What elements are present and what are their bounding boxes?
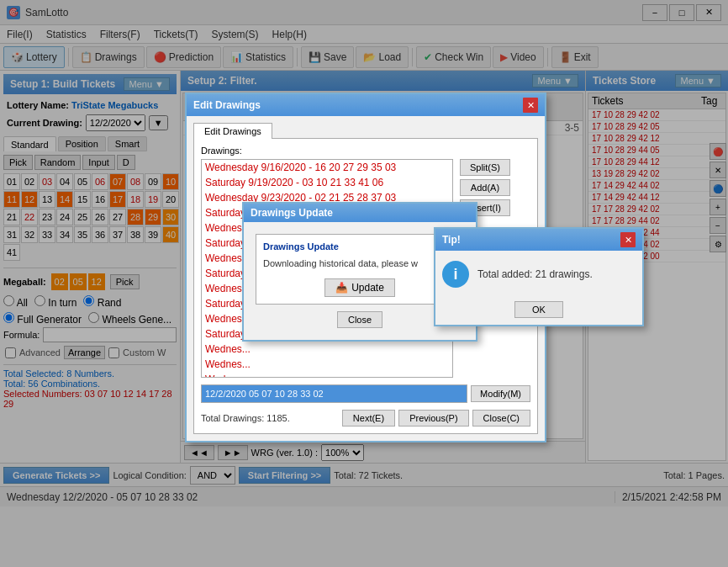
edit-drawings-close-btn[interactable]: ✕: [523, 98, 538, 113]
tip-title: Tip!: [442, 234, 461, 246]
tip-footer: OK: [435, 298, 642, 325]
update-inner-title: Drawings Update: [263, 241, 456, 252]
tip-ok-button[interactable]: OK: [514, 301, 563, 318]
tip-close-button[interactable]: ✕: [620, 232, 636, 247]
split-button[interactable]: Split(S): [460, 159, 510, 176]
update-close-button[interactable]: Close: [337, 311, 382, 328]
update-button[interactable]: 📥 Update: [324, 278, 395, 297]
dialog-footer: Total Drawings: 1185. Next(E) Previous(P…: [201, 410, 530, 427]
dialog-actions: Next(E) Previous(P) Close(C): [342, 410, 530, 427]
drawing-item-2[interactable]: Saturday 9/19/2020 - 03 10 21 33 41 06: [202, 175, 452, 190]
update-title: Drawings Update: [251, 207, 333, 219]
next-button[interactable]: Next(E): [342, 410, 395, 427]
update-message: Downloading historical data, please w: [263, 258, 456, 268]
update-titlebar: Drawings Update: [244, 204, 476, 222]
update-icon: 📥: [335, 282, 348, 294]
drawing-item-15[interactable]: Wednes...: [202, 372, 452, 378]
close-dialog-button[interactable]: Close(C): [472, 410, 530, 427]
edit-row: Modify(M): [201, 384, 530, 403]
drawings-label: Drawings:: [201, 146, 530, 156]
add-button[interactable]: Add(A): [460, 179, 510, 196]
total-drawings-label: Total Drawings: 1185.: [201, 413, 290, 423]
tip-message: Total added: 21 drawings.: [477, 268, 593, 280]
tip-dialog: Tip! ✕ i Total added: 21 drawings. OK: [434, 227, 644, 326]
tip-body: i Total added: 21 drawings.: [435, 251, 642, 298]
drawing-item-1[interactable]: Wednesday 9/16/2020 - 16 20 27 29 35 03: [202, 160, 452, 175]
edit-drawings-titlebar: Edit Drawings ✕: [187, 94, 545, 116]
drawing-item-13[interactable]: Wednes...: [202, 342, 452, 357]
edit-drawings-title: Edit Drawings: [193, 99, 261, 111]
tip-info-icon: i: [442, 261, 469, 288]
edit-drawings-tab[interactable]: Edit Drawings: [193, 123, 272, 139]
tip-titlebar: Tip! ✕: [435, 229, 642, 251]
modify-button[interactable]: Modify(M): [471, 385, 530, 402]
drawing-edit-input[interactable]: [201, 384, 467, 403]
update-inner: Drawings Update Downloading historical d…: [256, 234, 464, 305]
previous-button[interactable]: Previous(P): [398, 410, 468, 427]
drawing-item-14[interactable]: Wednes...: [202, 357, 452, 372]
